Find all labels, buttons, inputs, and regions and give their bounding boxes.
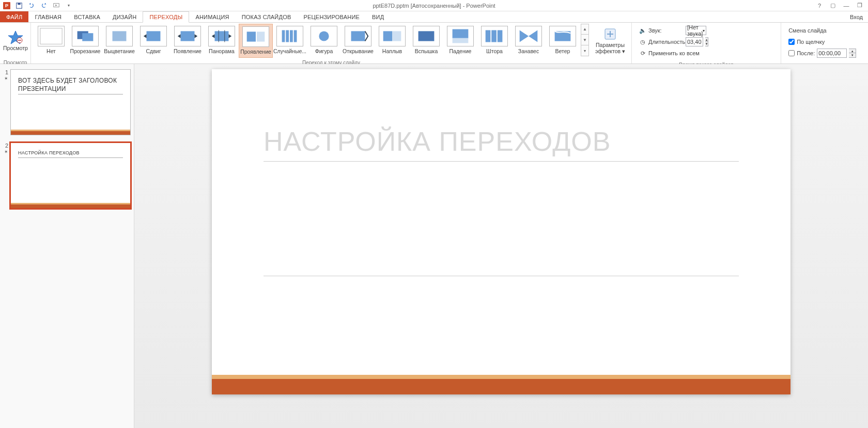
transition-item-label: Появление [174,48,202,54]
svg-rect-15 [286,30,289,42]
transition-thumb-icon [481,26,508,46]
transition-item-14[interactable]: Занавес [512,24,546,58]
transition-thumb-icon [106,26,133,46]
svg-rect-14 [282,30,285,42]
svg-rect-17 [294,30,297,42]
svg-rect-19 [351,31,365,41]
transition-item-12[interactable]: Падение [443,24,477,58]
transition-thumb-icon [140,26,167,46]
slide-number: 2✶ [3,142,10,209]
transition-item-0[interactable]: Нет [34,24,68,58]
transition-item-6[interactable]: Проявление [239,24,273,58]
tab-slideshow[interactable]: ПОКАЗ СЛАЙДОВ [236,11,298,22]
transition-item-label: Проявление [240,49,271,55]
save-icon[interactable] [14,1,24,10]
tab-insert[interactable]: ВСТАВКА [68,11,106,22]
tab-view[interactable]: ВИД [366,11,390,22]
duration-input[interactable]: 03,40 [686,37,703,46]
slide-thumb-entry: 1✶ ВОТ ЗДЕСЬ БУДЕТ ЗАГОЛОВОК ПРЕЗЕНТАЦИИ [3,69,131,135]
transition-item-label: Сдвиг [146,48,161,54]
transition-item-label: Наплыв [382,48,402,54]
slide-thumbnail-1[interactable]: ВОТ ЗДЕСЬ БУДЕТ ЗАГОЛОВОК ПРЕЗЕНТАЦИИ [10,69,131,135]
slide-thumbnail-2[interactable]: НАСТРОЙКА ПЕРЕХОДОВ [10,142,131,209]
after-checkbox[interactable]: После: [788,50,815,56]
sound-dropdown[interactable]: [Нет звука]▾ [686,26,706,35]
transition-item-label: Выцветание [104,48,135,54]
help-icon[interactable]: ? [815,2,824,9]
gallery-row-up-icon[interactable]: ▲ [581,24,589,35]
after-spin-up-icon[interactable]: ▲ [849,49,856,53]
transition-thumb-icon [379,26,406,46]
tab-design[interactable]: ДИЗАЙН [106,11,143,22]
gallery-scroll: ▲ ▼ ▾ [581,24,589,56]
app-icon[interactable]: P [2,1,11,10]
ribbon-display-icon[interactable]: ▢ [829,2,837,9]
transition-item-1[interactable]: Прорезание [68,24,102,58]
on-click-checkbox[interactable]: По щелчку [788,39,825,45]
transition-item-label: Вспышка [415,48,438,54]
redo-icon[interactable] [39,1,49,10]
content-area: 1✶ ВОТ ЗДЕСЬ БУДЕТ ЗАГОЛОВОК ПРЕЗЕНТАЦИИ… [0,64,868,428]
after-checkbox-input[interactable] [788,50,795,56]
slide-editor[interactable]: НАСТРОЙКА ПЕРЕХОДОВ [134,64,868,428]
transition-item-label: Занавес [518,48,539,54]
sign-in-link[interactable]: Вход [845,11,868,22]
transition-thumb-icon [38,26,65,46]
ribbon-group-advance: Смена слайда По щелчку После: 00:00,00 ▲ [781,23,868,64]
svg-rect-16 [290,30,293,42]
ribbon: Просмотр Просмотр НетПрорезаниеВыцветани… [0,23,868,64]
ribbon-group-preview: Просмотр Просмотр [0,23,31,64]
transition-item-10[interactable]: Наплыв [375,24,409,58]
after-spinner: ▲ ▼ [849,49,856,58]
slide-number: 1✶ [3,69,10,135]
after-time-input[interactable]: 00:00,00 [817,49,847,58]
effect-options-button[interactable]: Параметры эффектов ▾ [592,24,628,58]
minimize-icon[interactable]: — [842,2,850,9]
after-label: После: [797,50,815,56]
transition-item-3[interactable]: Сдвиг [136,24,171,58]
transition-thumb-icon [413,26,440,46]
after-spin-down-icon[interactable]: ▼ [849,53,856,58]
duration-spin-up-icon[interactable]: ▲ [705,37,709,42]
tab-home[interactable]: ГЛАВНАЯ [28,11,68,22]
canvas-bottom-decoration [212,375,791,394]
transition-thumb-icon [549,26,576,46]
apply-to-all-button[interactable]: Применить ко всем [648,50,700,56]
svg-rect-9 [147,31,161,41]
tab-animation[interactable]: АНИМАЦИЯ [189,11,235,22]
duration-spin-down-icon[interactable]: ▼ [705,42,709,46]
start-from-beginning-icon[interactable] [52,1,61,10]
svg-rect-21 [392,31,401,41]
tab-file[interactable]: ФАЙЛ [0,11,28,22]
restore-icon[interactable]: ❐ [856,2,864,9]
transition-item-13[interactable]: Штора [477,24,512,58]
transition-item-4[interactable]: Появление [171,24,205,58]
transition-item-8[interactable]: Фигура [307,24,341,58]
transition-item-15[interactable]: Ветер [546,24,580,58]
transition-item-2[interactable]: Выцветание [102,24,136,58]
gallery-more-icon[interactable]: ▾ [581,45,589,56]
undo-icon[interactable] [27,1,36,10]
transition-item-9[interactable]: Открывание [341,24,375,58]
slide-canvas[interactable]: НАСТРОЙКА ПЕРЕХОДОВ [212,69,791,394]
qat-customize-icon[interactable]: ▾ [64,1,73,10]
svg-rect-8 [113,31,127,41]
svg-rect-26 [498,30,503,42]
svg-rect-23 [453,29,469,38]
tab-transitions[interactable]: ПЕРЕХОДЫ [143,11,189,23]
on-click-checkbox-input[interactable] [788,39,795,45]
preview-button[interactable]: Просмотр [3,24,28,58]
ribbon-group-transitions: НетПрорезаниеВыцветаниеСдвигПоявлениеПан… [31,23,632,64]
tab-review[interactable]: РЕЦЕНЗИРОВАНИЕ [297,11,366,22]
transition-item-label: Панорама [209,48,235,54]
transition-item-7[interactable]: Случайные... [273,24,307,58]
transition-thumb-icon [515,26,542,46]
canvas-title[interactable]: НАСТРОЙКА ПЕРЕХОДОВ [264,126,739,162]
preview-star-icon [7,30,24,44]
transition-item-label: Случайные... [273,48,306,54]
svg-point-18 [319,31,329,41]
transition-item-11[interactable]: Вспышка [409,24,443,58]
transition-item-5[interactable]: Панорама [205,24,239,58]
duration-spinner: ▲ ▼ [705,37,709,46]
gallery-row-down-icon[interactable]: ▼ [581,35,589,45]
